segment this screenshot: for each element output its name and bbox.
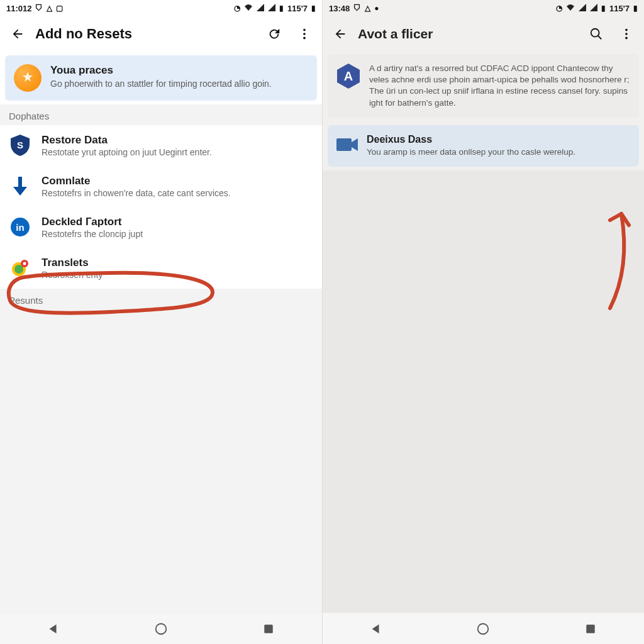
nav-bar [323,613,644,644]
svg-point-12 [591,29,599,37]
status-right-text: 115'7 [287,4,308,13]
svg-point-10 [156,623,167,634]
back-button[interactable] [328,21,353,47]
hero-title: Youa praces [50,64,308,77]
status-time: 11:012 [6,4,31,13]
item-translets[interactable]: Translets Resroxsen enty [0,248,322,289]
back-button[interactable] [5,21,30,47]
page-title: Add no Resets [35,26,257,42]
nav-back-button[interactable] [357,616,395,641]
item-deckled-raptort[interactable]: in Deckled Гарtort Restotefrs the clonci… [0,207,322,248]
linkedin-icon: in [10,217,30,237]
svg-rect-21 [586,625,595,633]
svg-point-2 [303,37,306,40]
dot-icon: ● [374,4,379,13]
svg-text:S: S [17,140,23,150]
svg-rect-19 [336,138,352,151]
empty-area [0,309,322,613]
svg-rect-11 [264,625,273,633]
battery-icon2: ▮ [311,4,316,13]
svg-point-1 [303,33,306,35]
card-desc: You aramp is meer data onllsep your tho … [367,147,630,158]
svg-text:A: A [344,69,353,83]
item-title: Deckled Гарtort [42,216,312,228]
svg-point-20 [478,623,489,634]
shield-icon: ⛉ [353,4,361,13]
status-time: 13:48 [329,4,350,13]
triangle-icon: △ [365,4,370,13]
app-bar: Avot a flicer [323,16,644,52]
section-header-2: Pesunts [0,289,322,309]
item-desc: Restotefrs the cloncip jupt [42,229,312,239]
svg-point-0 [303,29,306,31]
nav-home-button[interactable] [142,616,180,641]
signal2-icon [590,4,597,13]
wifi-icon [566,4,575,13]
item-desc: Restotefrs in chowen're data, cate cant … [42,188,312,198]
nav-recent-button[interactable] [572,616,609,641]
info-desc: A d artiry nat's a resorred but CDFAC AC… [369,63,630,109]
more-button[interactable] [292,21,317,47]
search-button[interactable] [584,21,609,47]
status-right-text: 115'7 [609,4,630,13]
svg-point-9 [23,262,26,265]
item-title: Translets [42,257,312,269]
app-bar: Add no Resets [0,16,322,52]
signal-icon [257,4,264,13]
battery-icon: ▮ [601,4,606,13]
item-desc: Resroxsen enty [42,270,312,280]
hexagon-a-icon: A [336,63,360,89]
item-restore-data[interactable]: S Restore Data Restotate yrut aptoing on… [0,125,322,166]
video-icon [336,136,358,153]
hero-desc: Go phoerwith to an stattler for timping … [50,78,308,90]
svg-point-14 [625,29,628,31]
triangle-icon: △ [47,4,52,13]
svg-point-15 [625,33,628,35]
item-desc: Restotate yrut aptoing on juut Ueginrt e… [42,147,312,157]
svg-line-13 [598,36,602,40]
item-comnlate[interactable]: Comnlate Restotefrs in chowen're data, c… [0,166,322,207]
item-title: Comnlate [42,175,312,187]
status-bar: 11:012 ⛉ △ ▢ ◔ ▮ 115'7 ▮ [0,0,322,16]
nav-back-button[interactable] [35,616,72,641]
dot-icon: ▢ [56,4,63,13]
signal2-icon [268,4,275,13]
section-header-1: Dophates [0,104,322,125]
shield-icon: ⛉ [35,4,43,13]
deeixus-card[interactable]: Deeixus Dass You aramp is meer data onll… [328,125,639,167]
card-title: Deeixus Dass [367,134,630,145]
clock-icon: ◔ [234,4,240,13]
info-card: A A d artiry nat's a resorred but CDFAC … [328,54,639,118]
more-button[interactable] [614,21,639,47]
wifi-icon [244,4,253,13]
signal-icon [579,4,586,13]
nav-bar [0,613,322,644]
hero-icon [14,64,42,92]
refresh-button[interactable] [262,21,287,47]
empty-area [323,170,644,613]
clock-icon: ◔ [556,4,562,13]
globe-pin-icon [10,258,30,278]
battery-icon2: ▮ [633,4,638,13]
status-bar: 13:48 ⛉ △ ● ◔ ▮ 115'7 ▮ [323,0,644,16]
page-title: Avot a flicer [358,26,579,42]
item-title: Restore Data [42,134,312,147]
shield-s-icon: S [10,135,30,155]
battery-icon: ▮ [279,4,284,13]
nav-home-button[interactable] [464,616,502,641]
nav-recent-button[interactable] [250,616,287,641]
hero-card[interactable]: Youa praces Go phoerwith to an stattler … [5,55,317,101]
download-arrow-icon [10,176,30,196]
svg-text:in: in [16,222,24,233]
svg-point-16 [625,37,628,40]
